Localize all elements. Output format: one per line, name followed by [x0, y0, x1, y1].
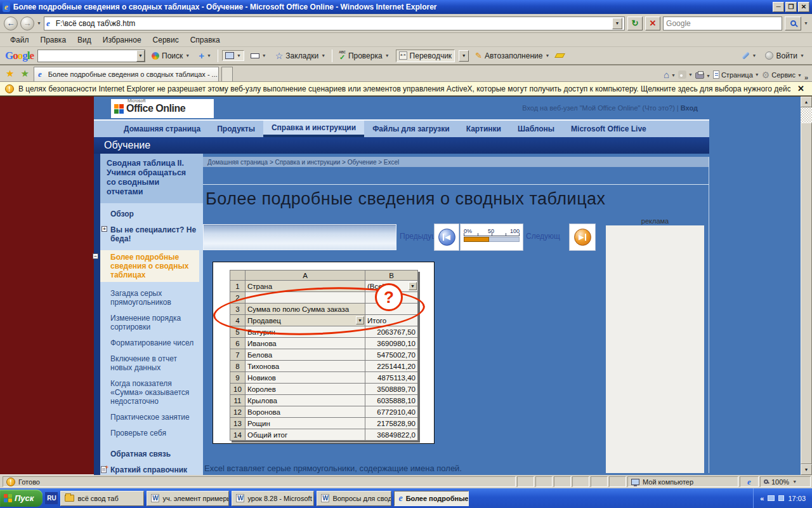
sidebar-item-practice[interactable]: Практическое занятие [110, 413, 199, 422]
menu-help[interactable]: Справка [185, 34, 225, 46]
address-input[interactable] [56, 19, 610, 28]
nav-templates[interactable]: Шаблоны [509, 121, 563, 137]
search-go-button[interactable] [785, 17, 801, 30]
zoom-panel[interactable]: 100% ▼ [760, 476, 811, 487]
forward-button[interactable]: → [20, 17, 34, 30]
tools-menu-button[interactable]: ⚙Сервис▼ [762, 71, 802, 81]
home-button[interactable]: ⌂▼ [664, 71, 676, 81]
security-info-bar[interactable]: ! В целях безопасности Internet Explorer… [0, 82, 812, 96]
favorites-icon[interactable]: ★ [4, 68, 16, 81]
print-button[interactable]: ▼ [695, 72, 710, 81]
menu-edit[interactable]: Правка [36, 34, 72, 46]
add-favorite-icon[interactable]: ★ [18, 68, 30, 81]
course-title[interactable]: Сводная таблица II. Учимся обращаться со… [100, 154, 203, 203]
info-bar-close-icon[interactable]: ✕ [795, 84, 807, 93]
language-indicator[interactable]: RU [45, 492, 58, 504]
menu-bar: Файл Правка Вид Избранное Сервис Справка [0, 33, 812, 47]
nav-downloads[interactable]: Файлы для загрузки [364, 121, 458, 137]
sidebar-item-not-specialist[interactable]: +Вы не специалист? Не беда! [110, 225, 199, 243]
start-button[interactable]: Пуск [0, 490, 43, 507]
toolbar-overflow-icon[interactable]: » [804, 74, 808, 81]
search-options-icon[interactable]: ▼ [804, 21, 808, 25]
history-dropdown-icon[interactable]: ▼ [37, 21, 41, 25]
sidebar-item-number-format[interactable]: Форматирование чисел [110, 338, 199, 347]
highlight-view-button[interactable]: ▼ [248, 52, 269, 60]
device-icon[interactable] [778, 495, 784, 501]
dropdown-arrow-icon[interactable]: ▼ [409, 282, 417, 290]
address-dropdown-button[interactable]: ▼ [612, 18, 622, 29]
scroll-up-icon[interactable]: ▲ [801, 97, 812, 107]
office-online-logo[interactable]: Microsoft Office Online [111, 99, 214, 118]
bookmarks-button[interactable]: ☆Закладки▼ [273, 50, 328, 62]
next-label: Следующ [526, 232, 560, 241]
toolbar-settings-button[interactable]: ▼ [739, 52, 759, 59]
breadcrumb[interactable]: Домашняя страница > Справка и инструкции… [203, 157, 709, 167]
ie-logo-icon: e [3, 2, 10, 12]
table-row: 6Иванова3690980,10 [230, 338, 418, 349]
sidebar-item-sort-order[interactable]: Изменение порядка сортировки [110, 314, 199, 331]
collapse-minus-icon[interactable]: − [93, 253, 98, 259]
spellcheck-button[interactable]: АВС✓Проверка▼ [336, 50, 391, 62]
nav-help[interactable]: Справка и инструкции [263, 121, 364, 137]
stop-button[interactable]: ✕ [645, 17, 660, 30]
sidebar-item-current[interactable]: −Более подробные сведения о сводных табл… [100, 250, 199, 282]
add-tab-button[interactable]: +▼ [196, 49, 214, 62]
sidebar-item-feedback[interactable]: Обратная связь [110, 450, 199, 458]
network-icon[interactable] [768, 495, 775, 501]
task-ie-active[interactable]: eБолее подробные св... [394, 491, 469, 506]
vertical-scrollbar[interactable]: ▲ ▼ [801, 97, 812, 475]
sidebar-item-test-yourself[interactable]: Проверьте себя [110, 429, 199, 438]
next-button[interactable]: ▶ [574, 229, 591, 246]
sidebar-item-gray-rectangles[interactable]: Загадка серых прямоугольников [110, 289, 199, 307]
search-input[interactable] [664, 17, 782, 30]
nav-office-live[interactable]: Microsoft Office Live [563, 121, 655, 137]
restore-button[interactable]: ❐ [785, 2, 797, 12]
info-bar-message[interactable]: В целях безопасности Internet Explorer н… [18, 84, 790, 93]
task-word-2[interactable]: Wурок 8.28 - Microsoft Word [232, 491, 314, 506]
task-word-1[interactable]: Wуч. элемент примеры р... [147, 491, 229, 506]
scroll-down-icon[interactable]: ▼ [801, 464, 812, 475]
window-title: Более подробные сведения о сводных табли… [13, 3, 773, 11]
signin-link[interactable]: Вход [681, 104, 698, 112]
sidebar-item-new-data[interactable]: Включение в отчет новых данных [110, 354, 199, 372]
tray-chevron-icon[interactable]: « [760, 495, 764, 502]
page-menu-button[interactable]: Страница▼ [713, 70, 759, 81]
translate-dropdown[interactable]: ▼ [459, 50, 469, 62]
sidebar-item-sum-indicator[interactable]: Когда показателя «Сумма» оказывается нед… [110, 379, 199, 406]
wrench-icon [742, 51, 750, 60]
google-search-button[interactable]: Поиск▼ [149, 50, 192, 62]
previous-icon: ◀ [443, 234, 450, 241]
rss-button[interactable]: ▼ [678, 70, 693, 81]
google-search-input[interactable] [38, 51, 136, 60]
menu-file[interactable]: Файл [5, 34, 34, 46]
new-tab-stub[interactable] [221, 67, 233, 81]
sidebar-item-quick-reference[interactable]: Краткий справочник [110, 465, 199, 474]
expand-plus-icon[interactable]: + [102, 226, 107, 232]
browser-tab[interactable]: e Более подробные сведения о сводных таб… [34, 67, 219, 81]
autofill-button[interactable]: ✎Автозаполнение▼ [473, 50, 552, 62]
refresh-button[interactable]: ↻ [627, 17, 643, 30]
scrollbar-thumb[interactable] [801, 123, 812, 464]
menu-favorites[interactable]: Избранное [98, 34, 147, 46]
google-search-dropdown[interactable]: ▼ [136, 50, 145, 62]
minimize-button[interactable]: ─ [773, 2, 784, 12]
task-word-3[interactable]: WВопросы для сводных ... [317, 491, 391, 506]
menu-tools[interactable]: Сервис [148, 34, 184, 46]
zoom-dropdown-icon[interactable]: ▼ [792, 479, 797, 484]
nav-products[interactable]: Продукты [209, 121, 263, 137]
translate-button[interactable]: а яПереводчик [396, 50, 455, 62]
ad-label: реклама [606, 217, 704, 225]
task-folder[interactable]: всё свод таб [60, 491, 144, 506]
send-to-button[interactable]: ▼ [222, 50, 244, 61]
content-right-edge [709, 157, 709, 473]
google-signin-button[interactable]: Войти▼ [763, 50, 807, 62]
nav-clipart[interactable]: Картинки [458, 121, 509, 137]
back-button[interactable]: ← [4, 17, 18, 30]
highlighter-icon[interactable] [554, 53, 565, 58]
nav-home[interactable]: Домашняя страница [115, 121, 209, 137]
previous-button[interactable]: ◀ [438, 229, 455, 246]
address-bar: ← → ▼ e ▼ ↻ ✕ ▼ [0, 14, 812, 33]
close-button[interactable]: ✕ [798, 2, 809, 12]
menu-view[interactable]: Вид [72, 34, 96, 46]
sidebar-item-overview[interactable]: Обзор [110, 210, 199, 218]
